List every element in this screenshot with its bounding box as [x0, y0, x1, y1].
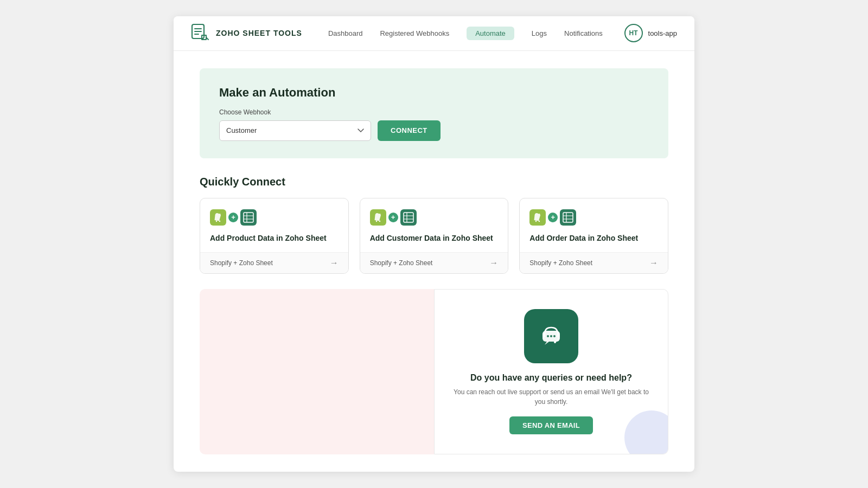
- nav-right: HT tools-app: [624, 24, 677, 42]
- support-icon-wrapper: [524, 309, 578, 363]
- quickly-connect-title: Quickly Connect: [200, 176, 668, 188]
- svg-point-32: [553, 335, 556, 337]
- card-customer-footer[interactable]: Shopify + Zoho Sheet →: [360, 252, 508, 273]
- connect-button[interactable]: CONNECT: [378, 120, 441, 141]
- svg-rect-33: [542, 333, 545, 337]
- card-product-title: Add Product Data in Zoho Sheet: [210, 233, 339, 244]
- user-name: tools-app: [648, 29, 677, 37]
- nav-notifications[interactable]: Notifications: [564, 27, 603, 40]
- zoho-sheet-icon-3: [560, 209, 576, 226]
- nav-links: Dashboard Registered Webhooks Automate L…: [328, 27, 624, 40]
- plus-icon-3: +: [548, 213, 558, 222]
- shopify-icon-3: [529, 209, 546, 226]
- zoho-sheet-icon: [240, 209, 257, 226]
- card-customer-body: + Add Customer Data in Zoho Sheet: [360, 198, 508, 253]
- svg-point-6: [219, 221, 220, 222]
- page-container: ZOHO SHEET TOOLS Dashboard Registered We…: [174, 16, 694, 472]
- card-customer-title: Add Customer Data in Zoho Sheet: [370, 233, 499, 244]
- card-product-body: + Add Product Data in Zoho Sheet: [200, 198, 348, 253]
- card-order-title: Add Order Data in Zoho Sheet: [529, 233, 658, 244]
- support-desc: You can reach out live support or send u…: [448, 387, 655, 407]
- card-customer-icons: +: [370, 209, 499, 226]
- main-content: Make an Automation Choose Webhook Custom…: [174, 51, 694, 472]
- nav-logs[interactable]: Logs: [532, 27, 547, 40]
- shopify-icon: [210, 209, 226, 226]
- card-product-icons: +: [210, 209, 339, 226]
- navbar: ZOHO SHEET TOOLS Dashboard Registered We…: [174, 16, 694, 51]
- svg-point-30: [547, 335, 549, 337]
- shopify-icon-2: [370, 209, 386, 226]
- zoho-sheet-icon-2: [400, 209, 417, 226]
- logo-icon: [191, 23, 210, 43]
- support-left: [200, 289, 434, 454]
- support-right: Do you have any queries or need help? Yo…: [434, 289, 668, 454]
- svg-rect-23: [560, 209, 576, 226]
- app-title: ZOHO SHEET TOOLS: [216, 29, 302, 37]
- webhook-row: Customer Order Product CONNECT: [219, 120, 649, 141]
- card-order-footer-text: Shopify + Zoho Sheet: [529, 259, 592, 267]
- automation-title: Make an Automation: [219, 86, 649, 100]
- cards-grid: + Add Product Data in Zoho Sheet Shop: [200, 198, 668, 274]
- card-order-arrow: →: [649, 258, 658, 268]
- svg-point-14: [379, 221, 380, 222]
- nav-registered-webhooks[interactable]: Registered Webhooks: [380, 27, 449, 40]
- card-product-footer[interactable]: Shopify + Zoho Sheet →: [200, 252, 348, 273]
- card-order: + Add Order Data in Zoho Sheet Shopify +…: [519, 198, 668, 274]
- card-order-body: + Add Order Data in Zoho Sheet: [520, 198, 668, 253]
- card-product-arrow: →: [330, 258, 339, 268]
- support-icon: [535, 320, 567, 352]
- automation-section: Make an Automation Choose Webhook Custom…: [200, 68, 668, 158]
- plus-icon-2: +: [388, 213, 398, 222]
- card-customer-arrow: →: [489, 258, 498, 268]
- nav-automate[interactable]: Automate: [467, 27, 514, 40]
- avatar: HT: [624, 24, 643, 42]
- logo-area: ZOHO SHEET TOOLS: [191, 23, 302, 43]
- card-order-icons: +: [529, 209, 658, 226]
- svg-point-22: [539, 221, 540, 222]
- card-product: + Add Product Data in Zoho Sheet Shop: [200, 198, 349, 274]
- card-customer: + Add Customer Data in Zoho Sheet Shopif…: [360, 198, 509, 274]
- svg-point-35: [554, 341, 556, 343]
- svg-rect-7: [240, 209, 257, 226]
- webhook-select[interactable]: Customer Order Product: [219, 120, 371, 141]
- svg-point-13: [375, 221, 376, 222]
- svg-marker-29: [545, 342, 549, 345]
- svg-rect-15: [400, 209, 417, 226]
- send-email-button[interactable]: SEND AN EMAIL: [509, 416, 593, 434]
- support-title: Do you have any queries or need help?: [470, 373, 632, 383]
- blob-decoration: [624, 410, 668, 454]
- svg-point-31: [550, 335, 552, 337]
- card-order-footer[interactable]: Shopify + Zoho Sheet →: [520, 252, 668, 273]
- webhook-label: Choose Webhook: [219, 108, 649, 116]
- support-wrapper: Do you have any queries or need help? Yo…: [200, 289, 668, 454]
- svg-point-5: [216, 221, 217, 222]
- plus-icon: +: [228, 213, 238, 222]
- card-product-footer-text: Shopify + Zoho Sheet: [210, 259, 273, 267]
- svg-point-21: [535, 221, 537, 222]
- card-customer-footer-text: Shopify + Zoho Sheet: [370, 259, 433, 267]
- nav-dashboard[interactable]: Dashboard: [328, 27, 363, 40]
